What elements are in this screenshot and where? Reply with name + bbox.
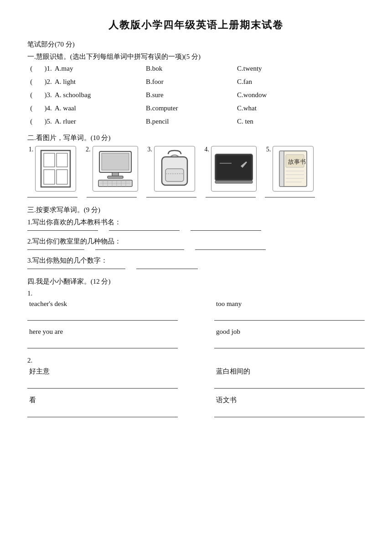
translate-row-2: here you are good job [27, 328, 365, 348]
pic-door [35, 146, 76, 192]
translate-line-1a [27, 310, 178, 321]
translate-item-1b: too many [214, 300, 365, 321]
translate-line-3b [214, 378, 365, 389]
translate-item-1a: teacher's desk [27, 300, 178, 321]
bag-svg [158, 149, 191, 189]
translate-item-3a: 好主意 [27, 367, 178, 389]
svg-rect-7 [112, 172, 119, 176]
section4-label: 四.我是小小翻译家。(12 分) [27, 277, 365, 286]
svg-rect-22 [217, 156, 251, 179]
pic-line-1 [27, 197, 77, 197]
translate-term-2a: here you are [27, 328, 178, 336]
translate-term-4b: 语文书 [214, 396, 365, 405]
written-part-label: 笔试部分(70 分) [27, 40, 365, 49]
computer-svg [95, 150, 136, 188]
write-line-s2-2 [95, 249, 184, 250]
q5-b: B.pencil [146, 118, 237, 125]
svg-rect-3 [44, 170, 55, 184]
q1-a: A.may [55, 65, 146, 73]
section-4: 四.我是小小翻译家。(12 分) 1. teacher's desk too m… [27, 277, 365, 417]
pic-line-5 [265, 197, 315, 197]
q5-a: A. rluer [55, 118, 146, 125]
pic-num-2: 2. [86, 146, 91, 153]
pic-line-3 [146, 197, 196, 197]
q5-c: C. ten [237, 118, 310, 125]
q3-c: C.wondow [237, 91, 310, 99]
translate-row-1: teacher's desk too many [27, 300, 365, 321]
svg-rect-26 [279, 151, 284, 187]
book-svg: 故事书 [277, 149, 309, 188]
pic-item-4: 4. [205, 146, 257, 197]
pic-line-2 [87, 197, 137, 197]
svg-rect-0 [41, 150, 70, 187]
section4-sub1-num: 1. [27, 290, 365, 297]
write-line-s2-1 [27, 249, 84, 250]
translate-line-2b [214, 337, 365, 348]
translate-row-3: 好主意 蓝白相间的 [27, 367, 365, 389]
q2-a: A. light [55, 78, 146, 86]
q2-b: B.foor [146, 78, 237, 86]
translate-term-1a: teacher's desk [27, 300, 178, 308]
section3-sub1-lines [27, 230, 365, 231]
paren-4: ( )4. [27, 104, 55, 112]
q1-c: C.twenty [237, 65, 310, 73]
pic-line-4 [206, 197, 256, 197]
page-title: 人教版小学四年级英语上册期末试卷 [27, 18, 365, 32]
svg-rect-4 [57, 170, 67, 184]
translate-term-3a: 好主意 [27, 367, 178, 376]
translate-line-4b [214, 406, 365, 417]
pic-item-5: 5. 故事书 [265, 146, 315, 197]
pic-num-3: 3. [147, 146, 152, 153]
section4-sub2-num: 2. [27, 357, 365, 364]
section1-q2: ( )2. A. light B.foor C.fan [27, 78, 365, 86]
pic-num-1: 1. [29, 146, 34, 153]
q1-b: B.bok [146, 65, 237, 73]
paren-1: ( )1. [27, 65, 55, 73]
svg-rect-24 [215, 181, 253, 183]
write-line-s1-3 [191, 230, 261, 231]
svg-rect-19 [165, 169, 184, 182]
svg-rect-2 [57, 153, 67, 167]
translate-line-4a [27, 406, 178, 417]
section3-sub3-lines [27, 269, 365, 269]
section3-label: 三.按要求写单词。(9 分) [27, 206, 365, 214]
q3-b: B.sure [146, 91, 237, 99]
svg-rect-6 [102, 153, 129, 170]
section1-q5: ( )5. A. rluer B.pencil C. ten [27, 118, 365, 125]
section3-sub3: 3.写出你熟知的几个数字： [27, 256, 365, 269]
translate-line-2a [27, 337, 178, 348]
translate-item-3b: 蓝白相间的 [214, 367, 365, 389]
section3-sub3-label: 3.写出你熟知的几个数字： [27, 256, 365, 265]
translate-line-3a [27, 378, 178, 389]
section1-q1: ( )1. A.may B.bok C.twenty [27, 65, 365, 73]
translate-row-4: 看 语文书 [27, 396, 365, 417]
translate-term-2b: good job [214, 328, 365, 336]
write-line-s3-1 [27, 269, 125, 269]
write-line-s3-2 [136, 269, 198, 269]
svg-rect-1 [44, 153, 55, 167]
pic-blackboard [211, 146, 257, 192]
pic-bag [154, 146, 195, 192]
section-2: 二.看图片，写单词。(10 分) 1. 2 [27, 134, 365, 197]
paren-2: ( )2. [27, 78, 55, 86]
section1-label: 一.慧眼识错。(选出下列每组单词中拼写有误的一项)(5 分) [27, 52, 365, 61]
translate-item-2a: here you are [27, 328, 178, 348]
section3-sub2: 2.写出你们教室里的几种物品： [27, 237, 365, 250]
svg-text:故事书: 故事书 [288, 158, 306, 165]
translate-item-2b: good job [214, 328, 365, 348]
translate-term-3b: 蓝白相间的 [214, 367, 365, 376]
paren-3: ( )3. [27, 91, 55, 99]
section-1: 一.慧眼识错。(选出下列每组单词中拼写有误的一项)(5 分) ( )1. A.m… [27, 52, 365, 125]
section3-sub2-lines [27, 249, 365, 250]
translate-term-4a: 看 [27, 396, 178, 405]
section3-sub1: 1.写出你喜欢的几本教科书名： [27, 218, 365, 231]
section2-label: 二.看图片，写单词。(10 分) [27, 134, 365, 142]
pic-item-1: 1. [27, 146, 77, 197]
translate-term-1b: too many [214, 300, 365, 308]
section2-pictures: 1. 2. [27, 146, 365, 197]
svg-rect-8 [108, 176, 123, 178]
section1-q3: ( )3. A. schoolbag B.sure C.wondow [27, 91, 365, 99]
translate-line-1b [214, 310, 365, 321]
translate-item-4b: 语文书 [214, 396, 365, 417]
blackboard-svg [213, 152, 254, 185]
